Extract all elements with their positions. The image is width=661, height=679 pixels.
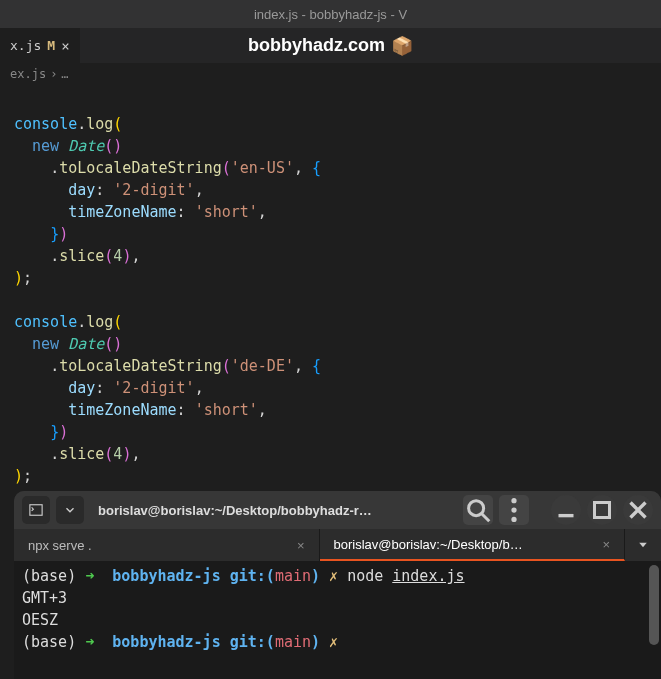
new-tab-button[interactable] (22, 496, 50, 524)
code-token: , (195, 181, 204, 199)
terminal-scrollbar[interactable] (649, 565, 659, 677)
code-token: ( (113, 115, 122, 133)
tab-close-icon[interactable]: × (297, 538, 305, 553)
code-token: . (50, 445, 59, 463)
window-title: index.js - bobbyhadz-js - V (254, 7, 407, 22)
code-token: . (50, 357, 59, 375)
code-token: log (86, 115, 113, 133)
code-token: new (32, 137, 59, 155)
code-token: { (312, 357, 321, 375)
chevron-down-icon (63, 503, 77, 517)
code-token: . (50, 247, 59, 265)
terminal-tab-2[interactable]: borislav@borislav:~/Desktop/b… × (320, 529, 626, 561)
close-icon (623, 495, 653, 525)
code-token: : (177, 401, 186, 419)
prompt-git: git:( (230, 567, 275, 585)
minimize-icon (551, 495, 581, 525)
code-token: timeZoneName (68, 401, 176, 419)
terminal-line: GMT+3 (22, 589, 67, 607)
watermark: bobbyhadz.com 📦 (248, 35, 413, 57)
code-editor[interactable]: console.log( new Date() .toLocaleDateStr… (0, 85, 661, 493)
tab-close-icon[interactable]: × (602, 537, 610, 552)
code-token: , (195, 379, 204, 397)
terminal-tab-label: borislav@borislav:~/Desktop/b… (334, 537, 523, 552)
code-token: '2-digit' (113, 379, 194, 397)
code-token: . (77, 313, 86, 331)
svg-point-1 (469, 501, 484, 516)
code-token: ) (113, 137, 122, 155)
terminal-icon (29, 503, 43, 517)
code-token: ; (23, 467, 32, 485)
tab-filename: x.js (10, 38, 41, 53)
breadcrumb-file: ex.js (10, 67, 46, 81)
code-token: ) (14, 467, 23, 485)
new-terminal-tab[interactable] (625, 529, 661, 561)
code-token: ( (222, 357, 231, 375)
maximize-icon (587, 495, 617, 525)
terminal-output[interactable]: (base) ➜ bobbyhadz-js git:(main) ✗ node … (14, 561, 661, 679)
code-token: : (95, 181, 104, 199)
svg-point-3 (511, 498, 516, 503)
prompt-branch: main (275, 567, 311, 585)
minimize-button[interactable] (551, 495, 581, 525)
close-button[interactable] (623, 495, 653, 525)
code-token: ) (113, 335, 122, 353)
prompt-cmd: node (347, 567, 383, 585)
code-token: ( (104, 445, 113, 463)
code-token: slice (59, 247, 104, 265)
code-token: '2-digit' (113, 181, 194, 199)
code-token: 'short' (195, 203, 258, 221)
file-tab[interactable]: x.js M × (0, 28, 80, 63)
code-token: ( (104, 335, 113, 353)
code-token: , (294, 159, 303, 177)
prompt-env: (base) (22, 633, 76, 651)
breadcrumb-more: … (61, 67, 68, 81)
chevron-right-icon: › (50, 67, 57, 81)
code-token: { (312, 159, 321, 177)
terminal-titlebar: borislav@borislav:~/Desktop/bobbyhadz-r… (14, 491, 661, 529)
code-token: 'en-US' (231, 159, 294, 177)
code-token: , (131, 445, 140, 463)
prompt-dirty-icon: ✗ (329, 633, 338, 651)
dropdown-button[interactable] (56, 496, 84, 524)
breadcrumb[interactable]: ex.js › … (0, 63, 661, 85)
prompt-git-close: ) (311, 567, 320, 585)
code-token: Date (68, 137, 104, 155)
terminal-tabs: npx serve . × borislav@borislav:~/Deskto… (14, 529, 661, 561)
code-token: Date (68, 335, 104, 353)
code-token: new (32, 335, 59, 353)
menu-button[interactable] (499, 495, 529, 525)
prompt-dir: bobbyhadz-js (112, 567, 220, 585)
code-token: 'short' (195, 401, 258, 419)
scrollbar-thumb[interactable] (649, 565, 659, 645)
prompt-file: index.js (392, 567, 464, 585)
code-token: day (68, 181, 95, 199)
search-icon (463, 495, 493, 525)
code-token: ( (104, 137, 113, 155)
box-icon: 📦 (391, 35, 413, 57)
code-token: slice (59, 445, 104, 463)
maximize-button[interactable] (587, 495, 617, 525)
code-token: ( (104, 247, 113, 265)
tab-close-icon[interactable]: × (61, 38, 69, 54)
terminal-title: borislav@borislav:~/Desktop/bobbyhadz-r… (90, 503, 457, 518)
code-token: ; (23, 269, 32, 287)
code-token: . (77, 115, 86, 133)
code-token: toLocaleDateString (59, 357, 222, 375)
prompt-git: git:( (230, 633, 275, 651)
prompt-arrow: ➜ (85, 567, 94, 585)
code-token: timeZoneName (68, 203, 176, 221)
prompt-env: (base) (22, 567, 76, 585)
watermark-text: bobbyhadz.com (248, 35, 385, 56)
code-token: ) (14, 269, 23, 287)
code-token: day (68, 379, 95, 397)
terminal-tab-1[interactable]: npx serve . × (14, 529, 320, 561)
code-token: ( (222, 159, 231, 177)
terminal-tab-label: npx serve . (28, 538, 92, 553)
code-token: ) (59, 423, 68, 441)
code-token: } (50, 423, 59, 441)
code-token: console (14, 313, 77, 331)
chevron-down-icon (637, 539, 649, 551)
search-button[interactable] (463, 495, 493, 525)
code-token: log (86, 313, 113, 331)
